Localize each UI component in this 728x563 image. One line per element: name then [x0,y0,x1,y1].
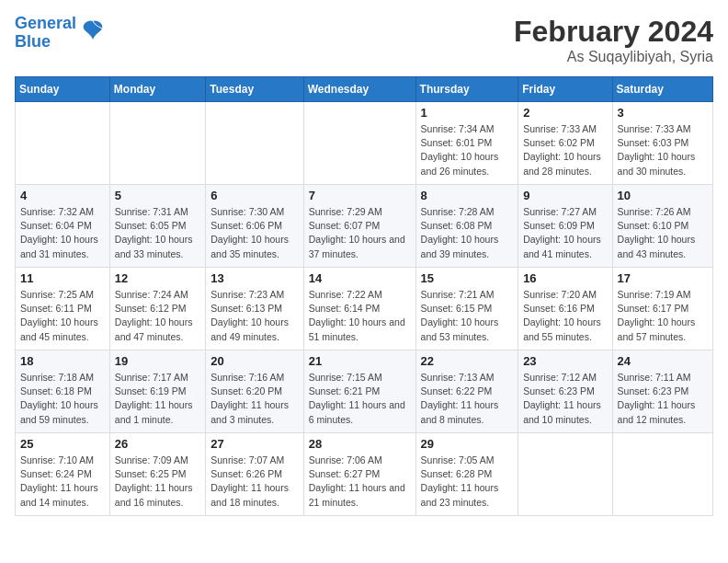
calendar-cell: 17Sunrise: 7:19 AM Sunset: 6:17 PM Dayli… [612,268,712,350]
calendar-cell: 27Sunrise: 7:07 AM Sunset: 6:26 PM Dayli… [206,433,303,516]
logo-text: GeneralBlue [15,15,76,52]
page-header: GeneralBlue February 2024 As Suqaylibiya… [15,15,713,65]
day-number: 20 [210,354,298,368]
day-info: Sunrise: 7:32 AM Sunset: 6:04 PM Dayligh… [20,205,105,261]
day-number: 7 [309,189,411,202]
calendar-cell: 22Sunrise: 7:13 AM Sunset: 6:22 PM Dayli… [415,350,518,433]
day-info: Sunrise: 7:31 AM Sunset: 6:05 PM Dayligh… [115,205,200,261]
calendar-cell: 7Sunrise: 7:29 AM Sunset: 6:07 PM Daylig… [303,185,415,268]
calendar-week-row: 25Sunrise: 7:10 AM Sunset: 6:24 PM Dayli… [16,433,713,516]
day-info: Sunrise: 7:34 AM Sunset: 6:01 PM Dayligh… [421,122,514,178]
calendar-week-row: 11Sunrise: 7:25 AM Sunset: 6:11 PM Dayli… [16,268,713,350]
calendar-cell: 3Sunrise: 7:33 AM Sunset: 6:03 PM Daylig… [612,102,712,185]
day-number: 11 [20,271,105,285]
logo: GeneralBlue [15,15,106,52]
day-info: Sunrise: 7:19 AM Sunset: 6:17 PM Dayligh… [618,288,708,344]
day-number: 16 [523,271,607,285]
day-info: Sunrise: 7:10 AM Sunset: 6:24 PM Dayligh… [20,454,105,510]
day-number: 12 [115,271,200,285]
day-number: 18 [20,354,105,368]
calendar-cell: 13Sunrise: 7:23 AM Sunset: 6:13 PM Dayli… [206,268,303,350]
day-info: Sunrise: 7:05 AM Sunset: 6:28 PM Dayligh… [421,454,514,510]
day-number: 29 [421,437,514,451]
day-number: 8 [421,189,514,202]
title-block: February 2024 As Suqaylibiyah, Syria [514,15,713,65]
day-info: Sunrise: 7:22 AM Sunset: 6:14 PM Dayligh… [309,288,411,344]
day-number: 26 [115,437,200,451]
day-info: Sunrise: 7:30 AM Sunset: 6:06 PM Dayligh… [210,205,298,261]
calendar-cell: 19Sunrise: 7:17 AM Sunset: 6:19 PM Dayli… [109,350,205,433]
day-number: 28 [309,437,411,451]
calendar-cell: 24Sunrise: 7:11 AM Sunset: 6:23 PM Dayli… [612,350,712,433]
day-number: 14 [309,271,411,285]
day-info: Sunrise: 7:28 AM Sunset: 6:08 PM Dayligh… [421,205,514,261]
weekday-header: Wednesday [303,77,415,102]
day-info: Sunrise: 7:26 AM Sunset: 6:10 PM Dayligh… [618,205,708,261]
calendar-week-row: 18Sunrise: 7:18 AM Sunset: 6:18 PM Dayli… [16,350,713,433]
page-subtitle: As Suqaylibiyah, Syria [514,49,713,65]
day-info: Sunrise: 7:33 AM Sunset: 6:03 PM Dayligh… [618,122,708,178]
day-info: Sunrise: 7:16 AM Sunset: 6:20 PM Dayligh… [210,371,298,427]
day-number: 10 [618,189,708,202]
page-title: February 2024 [514,15,713,49]
calendar-cell: 26Sunrise: 7:09 AM Sunset: 6:25 PM Dayli… [109,433,205,516]
calendar-cell: 20Sunrise: 7:16 AM Sunset: 6:20 PM Dayli… [206,350,303,433]
weekday-header: Tuesday [206,77,303,102]
weekday-header: Thursday [415,77,518,102]
calendar-cell: 5Sunrise: 7:31 AM Sunset: 6:05 PM Daylig… [109,185,205,268]
day-info: Sunrise: 7:24 AM Sunset: 6:12 PM Dayligh… [115,288,200,344]
calendar-cell: 28Sunrise: 7:06 AM Sunset: 6:27 PM Dayli… [303,433,415,516]
calendar-cell: 14Sunrise: 7:22 AM Sunset: 6:14 PM Dayli… [303,268,415,350]
day-number: 19 [115,354,200,368]
day-number: 2 [523,106,607,120]
calendar-cell: 11Sunrise: 7:25 AM Sunset: 6:11 PM Dayli… [16,268,110,350]
calendar-cell [612,433,712,516]
day-info: Sunrise: 7:25 AM Sunset: 6:11 PM Dayligh… [20,288,105,344]
day-info: Sunrise: 7:17 AM Sunset: 6:19 PM Dayligh… [115,371,200,427]
day-info: Sunrise: 7:27 AM Sunset: 6:09 PM Dayligh… [523,205,607,261]
calendar-cell: 29Sunrise: 7:05 AM Sunset: 6:28 PM Dayli… [415,433,518,516]
day-info: Sunrise: 7:18 AM Sunset: 6:18 PM Dayligh… [20,371,105,427]
weekday-header: Monday [109,77,205,102]
weekday-header: Saturday [612,77,712,102]
day-number: 13 [210,271,298,285]
day-number: 1 [421,106,514,120]
calendar-cell: 8Sunrise: 7:28 AM Sunset: 6:08 PM Daylig… [415,185,518,268]
day-number: 23 [523,354,607,368]
weekday-header: Friday [518,77,612,102]
calendar-cell [303,102,415,185]
day-number: 6 [210,189,298,202]
day-info: Sunrise: 7:23 AM Sunset: 6:13 PM Dayligh… [210,288,298,344]
calendar-cell: 15Sunrise: 7:21 AM Sunset: 6:15 PM Dayli… [415,268,518,350]
day-info: Sunrise: 7:20 AM Sunset: 6:16 PM Dayligh… [523,288,607,344]
calendar-cell: 10Sunrise: 7:26 AM Sunset: 6:10 PM Dayli… [612,185,712,268]
day-info: Sunrise: 7:21 AM Sunset: 6:15 PM Dayligh… [421,288,514,344]
day-info: Sunrise: 7:06 AM Sunset: 6:27 PM Dayligh… [309,454,411,510]
calendar-cell: 21Sunrise: 7:15 AM Sunset: 6:21 PM Dayli… [303,350,415,433]
day-number: 27 [210,437,298,451]
day-number: 25 [20,437,105,451]
day-number: 17 [618,271,708,285]
calendar-cell [206,102,303,185]
calendar-header-row: SundayMondayTuesdayWednesdayThursdayFrid… [16,77,713,102]
day-info: Sunrise: 7:33 AM Sunset: 6:02 PM Dayligh… [523,122,607,178]
calendar-table: SundayMondayTuesdayWednesdayThursdayFrid… [15,76,713,516]
calendar-week-row: 1Sunrise: 7:34 AM Sunset: 6:01 PM Daylig… [16,102,713,185]
calendar-cell: 1Sunrise: 7:34 AM Sunset: 6:01 PM Daylig… [415,102,518,185]
day-number: 15 [421,271,514,285]
day-info: Sunrise: 7:29 AM Sunset: 6:07 PM Dayligh… [309,205,411,261]
day-info: Sunrise: 7:13 AM Sunset: 6:22 PM Dayligh… [421,371,514,427]
day-info: Sunrise: 7:07 AM Sunset: 6:26 PM Dayligh… [210,454,298,510]
calendar-week-row: 4Sunrise: 7:32 AM Sunset: 6:04 PM Daylig… [16,185,713,268]
calendar-cell [109,102,205,185]
logo-bird-icon [80,17,106,49]
calendar-cell: 12Sunrise: 7:24 AM Sunset: 6:12 PM Dayli… [109,268,205,350]
calendar-cell: 9Sunrise: 7:27 AM Sunset: 6:09 PM Daylig… [518,185,612,268]
day-number: 22 [421,354,514,368]
calendar-cell [16,102,110,185]
calendar-cell: 23Sunrise: 7:12 AM Sunset: 6:23 PM Dayli… [518,350,612,433]
day-info: Sunrise: 7:12 AM Sunset: 6:23 PM Dayligh… [523,371,607,427]
day-number: 9 [523,189,607,202]
calendar-cell: 18Sunrise: 7:18 AM Sunset: 6:18 PM Dayli… [16,350,110,433]
day-number: 3 [618,106,708,120]
